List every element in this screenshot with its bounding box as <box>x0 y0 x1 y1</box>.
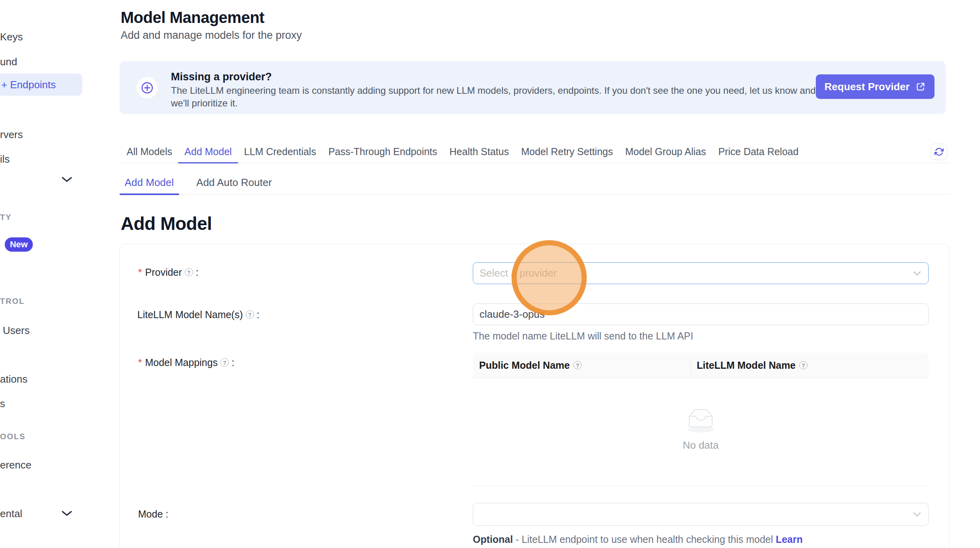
model-name-label: LiteLLM Model Name(s) ? : <box>137 309 260 320</box>
required-asterisk: * <box>138 267 142 278</box>
model-mappings-table: Public Model Name ? LiteLLM Model Name ?… <box>473 353 929 486</box>
model-name-input[interactable] <box>473 303 929 325</box>
request-provider-label: Request Provider <box>825 81 910 93</box>
chevron-down-icon <box>913 512 921 517</box>
tab-price-data-reload[interactable]: Price Data Reload <box>718 140 798 163</box>
table-body: No data <box>473 378 929 486</box>
sidebar-section-label: OOLS <box>0 432 26 441</box>
request-provider-button[interactable]: Request Provider <box>816 74 935 99</box>
subtab-bar: Add Model Add Auto Router <box>119 171 950 195</box>
plus-circle-icon <box>136 77 158 99</box>
external-link-icon <box>915 82 926 92</box>
add-model-heading: Add Model <box>121 213 212 234</box>
required-asterisk: * <box>138 357 142 368</box>
sidebar-item-playground[interactable]: und <box>0 56 17 68</box>
learn-link[interactable]: Learn <box>776 534 803 545</box>
sidebar-item-inference[interactable]: erence <box>0 459 32 471</box>
sidebar: Keys und + Endpoints rvers ils TY New TR… <box>0 0 119 548</box>
empty-state: No data <box>473 404 929 451</box>
new-badge: New <box>5 237 33 252</box>
sidebar-item-keys[interactable]: Keys <box>0 31 23 43</box>
chevron-down-icon[interactable] <box>61 510 72 517</box>
mode-helper: Optional - LiteLLM endpoint to use when … <box>473 534 803 545</box>
empty-box-icon <box>681 404 720 434</box>
chevron-down-icon <box>913 271 921 276</box>
sidebar-section-label: TY <box>0 213 12 222</box>
provider-select[interactable] <box>473 262 929 284</box>
subtab-add-auto-router[interactable]: Add Auto Router <box>196 171 272 194</box>
missing-provider-banner: Missing a provider? The LiteLLM engineer… <box>119 61 946 114</box>
tab-pass-through-endpoints[interactable]: Pass-Through Endpoints <box>328 140 437 163</box>
refresh-button[interactable] <box>931 144 947 159</box>
sidebar-item-users[interactable]: Users <box>3 324 30 337</box>
help-icon[interactable]: ? <box>573 361 582 370</box>
chevron-down-icon[interactable] <box>61 176 72 183</box>
provider-label: * Provider ? : <box>138 267 199 278</box>
table-header: Public Model Name ? LiteLLM Model Name ? <box>473 353 929 378</box>
provider-select-input[interactable] <box>473 263 928 284</box>
column-header-public-model-name: Public Model Name ? <box>479 360 582 371</box>
mode-select[interactable] <box>473 503 929 526</box>
help-icon[interactable]: ? <box>185 268 193 277</box>
sidebar-item-endpoints[interactable]: + Endpoints <box>0 74 82 96</box>
sidebar-item-logs[interactable]: ils <box>0 153 10 165</box>
column-header-litellm-model-name: LiteLLM Model Name ? <box>697 360 808 371</box>
model-mappings-label: * Model Mappings ? : <box>138 357 234 368</box>
tab-add-model[interactable]: Add Model <box>184 140 232 163</box>
mode-label: Mode : <box>138 508 169 520</box>
no-data-text: No data <box>682 439 718 451</box>
banner-body-line2: we'll prioritize it. <box>171 98 238 109</box>
sidebar-section-label: TROL <box>0 297 25 306</box>
sidebar-item-servers[interactable]: rvers <box>0 129 23 141</box>
banner-body-line1: The LiteLLM engineering team is constant… <box>171 85 816 96</box>
banner-title: Missing a provider? <box>171 71 272 83</box>
tab-health-status[interactable]: Health Status <box>449 140 509 163</box>
help-icon[interactable]: ? <box>246 311 254 319</box>
help-icon[interactable]: ? <box>799 361 808 370</box>
sidebar-item-experimental[interactable]: ental <box>0 508 22 520</box>
tab-llm-credentials[interactable]: LLM Credentials <box>244 140 316 163</box>
tab-all-models[interactable]: All Models <box>127 140 172 163</box>
page-subtitle: Add and manage models for the proxy <box>121 29 302 42</box>
page-title: Model Management <box>121 9 264 27</box>
sidebar-item-teams[interactable]: s <box>0 398 5 410</box>
add-model-card: * Provider ? : LiteLLM Model Name(s) ? :… <box>119 244 950 548</box>
column-divider <box>691 358 691 373</box>
sidebar-item-endpoints-label: + Endpoints <box>1 79 56 91</box>
help-icon[interactable]: ? <box>220 358 229 367</box>
tab-bar: All Models Add Model LLM Credentials Pas… <box>119 140 950 163</box>
model-name-helper: The model name LiteLLM will send to the … <box>473 330 693 342</box>
tab-model-retry-settings[interactable]: Model Retry Settings <box>521 140 613 163</box>
tab-model-group-alias[interactable]: Model Group Alias <box>625 140 706 163</box>
subtab-add-model[interactable]: Add Model <box>125 171 174 194</box>
sidebar-item-organizations[interactable]: ations <box>0 373 27 385</box>
refresh-icon <box>935 147 944 156</box>
